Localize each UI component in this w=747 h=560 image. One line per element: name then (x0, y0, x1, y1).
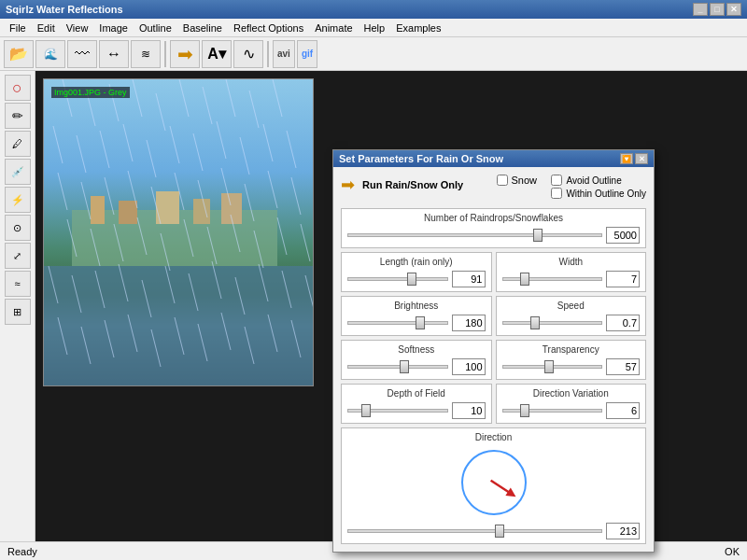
tool-gif[interactable]: gif (297, 40, 317, 68)
raindrops-slider[interactable] (347, 229, 602, 242)
length-box: Length (rain only) 91 (341, 252, 492, 292)
image-label: Img001.JPG - Grey (51, 87, 130, 98)
depth-row: 10 (347, 402, 486, 419)
length-thumb[interactable] (407, 273, 416, 286)
snow-label: Snow (512, 175, 538, 186)
width-value[interactable]: 7 (606, 271, 640, 287)
minimize-button[interactable]: _ (693, 3, 708, 16)
run-label: Run Rain/Snow Only (362, 179, 463, 190)
direction-var-thumb[interactable] (520, 404, 529, 417)
depth-track (347, 409, 448, 413)
softness-track (347, 365, 448, 369)
tool-pencil[interactable]: ✏ (5, 103, 31, 129)
speed-thumb[interactable] (530, 316, 540, 329)
dialog-close-btn[interactable]: ✕ (635, 153, 648, 164)
speed-slider[interactable] (502, 316, 603, 329)
tool-ellipse[interactable]: ○ (5, 75, 31, 101)
raindrops-thumb[interactable] (533, 229, 543, 242)
svg-marker-75 (505, 488, 518, 501)
brightness-track (347, 321, 448, 325)
tool-avi[interactable]: avi (273, 40, 295, 68)
tool-waves2[interactable]: ≈ (5, 271, 31, 297)
transparency-slider[interactable] (502, 360, 603, 373)
tool-arrow[interactable]: ➡ (170, 40, 200, 68)
tool-reflect[interactable]: ↔ (99, 40, 129, 68)
direction-value[interactable]: 213 (606, 523, 640, 539)
dialog-title-text: Set Parameters For Rain Or Snow (339, 153, 503, 164)
raindrops-row: 5000 (347, 227, 640, 244)
menu-baseline[interactable]: Baseline (177, 21, 228, 35)
menu-file[interactable]: File (4, 21, 32, 35)
brightness-thumb[interactable] (416, 316, 425, 329)
direction-circle[interactable] (461, 450, 527, 515)
tool-text[interactable]: A▾ (202, 40, 232, 68)
direction-thumb[interactable] (495, 525, 504, 538)
tool-wave2[interactable]: 〰 (67, 40, 97, 68)
close-button[interactable]: ✕ (726, 3, 741, 16)
softness-slider[interactable] (347, 360, 448, 373)
width-thumb[interactable] (520, 273, 529, 286)
direction-var-value[interactable]: 6 (606, 402, 640, 419)
speed-value[interactable]: 0.7 (606, 315, 640, 331)
maximize-button[interactable]: □ (710, 3, 725, 16)
tool-transform[interactable]: ⤢ (5, 243, 31, 269)
menu-edit[interactable]: Edit (32, 21, 61, 35)
dialog-filter-btn[interactable]: 🔽 (620, 153, 633, 164)
brightness-slider[interactable] (347, 316, 448, 329)
menu-image[interactable]: Image (93, 21, 134, 35)
width-row: 7 (502, 271, 641, 287)
depth-label: Depth of Field (347, 388, 486, 399)
raindrops-track (347, 233, 602, 237)
transparency-thumb[interactable] (544, 360, 554, 373)
tool-grid[interactable]: ⊞ (5, 299, 31, 325)
tool-open[interactable]: 📂 (4, 40, 34, 68)
length-label: Length (rain only) (347, 257, 486, 267)
tool-wave1[interactable]: 🌊 (35, 40, 65, 68)
menu-reflect-options[interactable]: Reflect Options (228, 21, 309, 35)
raindrops-label: Number of Raindrops/Snowflakes (347, 213, 640, 223)
softness-box: Softness 100 (341, 340, 492, 380)
param-grid: Length (rain only) 91 Width (341, 252, 646, 544)
brightness-row: 180 (347, 315, 486, 331)
toolbar-separator (164, 41, 166, 67)
length-value[interactable]: 91 (452, 271, 486, 287)
snow-checkbox[interactable] (497, 175, 508, 186)
menu-examples[interactable]: Examples (390, 21, 446, 35)
tool-lines[interactable]: ≋ (131, 40, 161, 68)
tool-curve[interactable]: ∿ (233, 40, 263, 68)
menu-outline[interactable]: Outline (134, 21, 177, 35)
tool-eyedropper[interactable]: 💉 (5, 159, 31, 185)
direction-var-track (502, 409, 603, 413)
brightness-value[interactable]: 180 (452, 315, 486, 331)
within-outline-checkbox[interactable] (551, 188, 562, 199)
avoid-outline-row: Avoid Outline (551, 175, 646, 186)
transparency-value[interactable]: 57 (606, 358, 640, 375)
width-label: Width (502, 257, 641, 267)
softness-thumb[interactable] (400, 360, 409, 373)
brightness-box: Brightness 180 (341, 296, 492, 336)
width-slider[interactable] (502, 273, 603, 286)
title-bar-controls: _ □ ✕ (693, 3, 741, 16)
tool-lasso[interactable]: ⊙ (5, 215, 31, 241)
direction-var-slider[interactable] (502, 404, 603, 417)
depth-slider[interactable] (347, 404, 448, 417)
menu-help[interactable]: Help (359, 21, 391, 35)
softness-value[interactable]: 100 (452, 358, 486, 375)
direction-slider[interactable] (347, 525, 602, 538)
rain-scene (44, 79, 313, 385)
tool-spikes[interactable]: ⚡ (5, 187, 31, 213)
direction-box: Direction (341, 427, 646, 544)
direction-content: 213 (347, 446, 640, 539)
raindrops-value[interactable]: 5000 (606, 227, 640, 244)
run-row: ➡ Run Rain/Snow Only (341, 175, 463, 195)
menu-animate[interactable]: Animate (309, 21, 358, 35)
direction-arrow-svg (463, 452, 525, 513)
menu-view[interactable]: View (61, 21, 94, 35)
length-slider[interactable] (347, 273, 448, 286)
svg-rect-2 (91, 196, 105, 224)
avoid-outline-checkbox[interactable] (551, 175, 562, 186)
tool-pen[interactable]: 🖊 (5, 131, 31, 157)
depth-value[interactable]: 10 (452, 402, 486, 419)
depth-thumb[interactable] (361, 404, 371, 417)
svg-rect-3 (119, 201, 137, 224)
